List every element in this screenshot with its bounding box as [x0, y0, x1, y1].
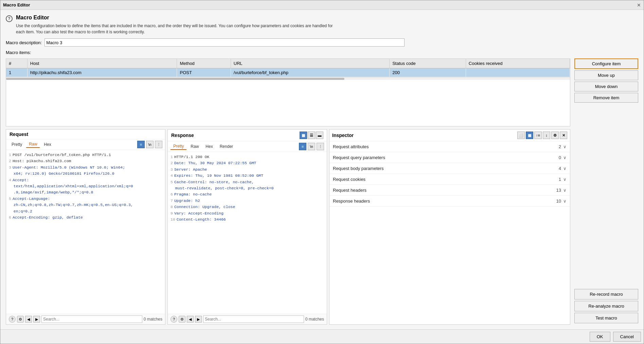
- response-more-icon[interactable]: ⋮: [317, 143, 324, 150]
- move-down-button[interactable]: Move down: [574, 82, 638, 91]
- inspector-split-on-icon[interactable]: ▦: [526, 132, 533, 139]
- request-settings-icon[interactable]: ⚙: [17, 316, 24, 323]
- inspector-row-body-params[interactable]: Request body parameters 4 ∨: [329, 163, 570, 174]
- chevron-down-icon: ∨: [563, 199, 567, 204]
- remove-item-button[interactable]: Remove item: [574, 93, 638, 103]
- configure-item-button[interactable]: Configure item: [574, 58, 638, 69]
- dialog-title: Macro Editor: [16, 15, 333, 21]
- response-newlines-icon[interactable]: \n: [308, 143, 315, 150]
- right-sidebar: Configure item Move up Move down Remove …: [570, 58, 638, 325]
- request-help-icon[interactable]: ?: [9, 316, 16, 323]
- inspector-row-cookies[interactable]: Request cookies 1 ∨: [329, 174, 570, 185]
- request-wrap-icon[interactable]: ≡: [137, 141, 145, 148]
- move-up-button[interactable]: Move up: [574, 70, 638, 80]
- inspector-title: Inspector: [332, 133, 354, 138]
- tab-request-raw[interactable]: Raw: [26, 141, 40, 148]
- title-bar-title: Macro Editor: [3, 2, 30, 7]
- inspector-split-off-icon[interactable]: ⬜: [517, 132, 525, 139]
- macro-description-label: Macro description:: [6, 40, 42, 45]
- response-prev-icon[interactable]: ◀: [187, 316, 194, 323]
- request-prev-icon[interactable]: ◀: [25, 316, 32, 323]
- chevron-down-icon: ∨: [563, 144, 567, 149]
- response-settings-icon[interactable]: ⚙: [179, 316, 185, 323]
- header-description-line1: Use the configuration below to define th…: [16, 23, 333, 29]
- request-matches: 0 matches: [144, 317, 162, 322]
- test-macro-button[interactable]: Test macro: [574, 313, 638, 323]
- chevron-down-icon: ∨: [563, 166, 567, 171]
- response-help-icon[interactable]: ?: [171, 316, 177, 323]
- response-vertical-icon[interactable]: ▬: [316, 132, 323, 139]
- chevron-down-icon: ∨: [563, 155, 567, 160]
- macro-description-input[interactable]: [44, 38, 405, 47]
- cell-num: 1: [6, 68, 27, 77]
- response-horizontal-icon[interactable]: ☰: [308, 132, 315, 139]
- inspector-sort-desc-icon[interactable]: ↕: [543, 132, 550, 139]
- inspector-row-query-params[interactable]: Request query parameters 0 ∨: [329, 152, 570, 163]
- cancel-button[interactable]: Cancel: [613, 332, 641, 342]
- re-record-macro-button[interactable]: Re-record macro: [574, 289, 638, 299]
- tab-response-pretty[interactable]: Pretty: [171, 143, 186, 150]
- inspector-row-request-headers[interactable]: Request headers 13 ∨: [329, 185, 570, 196]
- inspector-sort-asc-icon[interactable]: ↑≡: [534, 132, 542, 139]
- response-search-input[interactable]: [203, 315, 304, 323]
- tab-response-hex[interactable]: Hex: [203, 143, 215, 150]
- macro-items-label: Macro items:: [6, 50, 638, 55]
- request-content: 1POST /vul/burteforce/bf_token.php HTTP/…: [6, 150, 165, 314]
- ok-button[interactable]: OK: [590, 332, 610, 342]
- cell-host: http://pikachu.shifa23.com: [27, 68, 177, 77]
- request-newlines-icon[interactable]: \n: [146, 141, 154, 148]
- response-panel-title: Response: [171, 133, 194, 138]
- tab-response-raw[interactable]: Raw: [188, 143, 201, 150]
- tab-response-render[interactable]: Render: [217, 143, 236, 150]
- re-analyze-macro-button[interactable]: Re-analyze macro: [574, 301, 638, 311]
- col-method: Method: [177, 59, 231, 68]
- inspector-row-request-attributes[interactable]: Request attributes 2 ∨: [329, 141, 570, 152]
- header-description-line2: each item. You can also test the macro t…: [16, 29, 333, 35]
- col-url: URL: [231, 59, 389, 68]
- response-split-icon[interactable]: ▦: [300, 132, 307, 139]
- inspector-rows-container: Request attributes 2 ∨ Request query par…: [329, 141, 570, 207]
- col-cookies: Cookies received: [466, 59, 570, 68]
- cell-method: POST: [177, 68, 231, 77]
- chevron-down-icon: ∨: [563, 177, 567, 182]
- col-num: #: [6, 59, 27, 68]
- request-panel-title: Request: [10, 132, 28, 137]
- chevron-down-icon: ∨: [563, 188, 567, 193]
- close-button[interactable]: ✕: [637, 2, 641, 8]
- inspector-settings-icon[interactable]: ⚙: [551, 132, 559, 139]
- request-search-input[interactable]: [41, 315, 142, 323]
- col-status: Status code: [390, 59, 466, 68]
- macro-items-table: # Host Method URL Status code Cookies re…: [6, 58, 570, 126]
- request-next-icon[interactable]: ▶: [33, 316, 40, 323]
- response-next-icon[interactable]: ▶: [195, 316, 202, 323]
- response-wrap-icon[interactable]: ≡: [299, 143, 306, 150]
- response-matches: 0 matches: [305, 317, 324, 322]
- cell-status: 200: [390, 68, 466, 77]
- table-row[interactable]: 1 http://pikachu.shifa23.com POST /vul/b…: [6, 68, 570, 77]
- inspector-row-response-headers[interactable]: Response headers 10 ∨: [329, 196, 570, 207]
- inspector-close-icon[interactable]: ✕: [560, 132, 567, 139]
- tab-request-hex[interactable]: Hex: [41, 141, 54, 148]
- response-content: 1HTTP/1.1 200 OK 2Date: Thu, 30 May 2024…: [168, 152, 327, 314]
- response-panel: Response ▦ ☰ ▬ Pretty Raw Hex Render: [167, 129, 327, 325]
- request-panel: Request Pretty Raw Hex ≡ \n ⋮ 1POST: [6, 129, 165, 325]
- cell-cookies: [466, 68, 570, 77]
- request-more-icon[interactable]: ⋮: [155, 141, 162, 148]
- cell-url: /vul/burteforce/bf_token.php: [231, 68, 389, 77]
- help-icon: ?: [6, 15, 13, 22]
- inspector-panel: Inspector ⬜ ▦ ↑≡ ↕ ⚙ ✕: [329, 129, 570, 325]
- tab-request-pretty[interactable]: Pretty: [9, 141, 25, 148]
- col-host: Host: [27, 59, 177, 68]
